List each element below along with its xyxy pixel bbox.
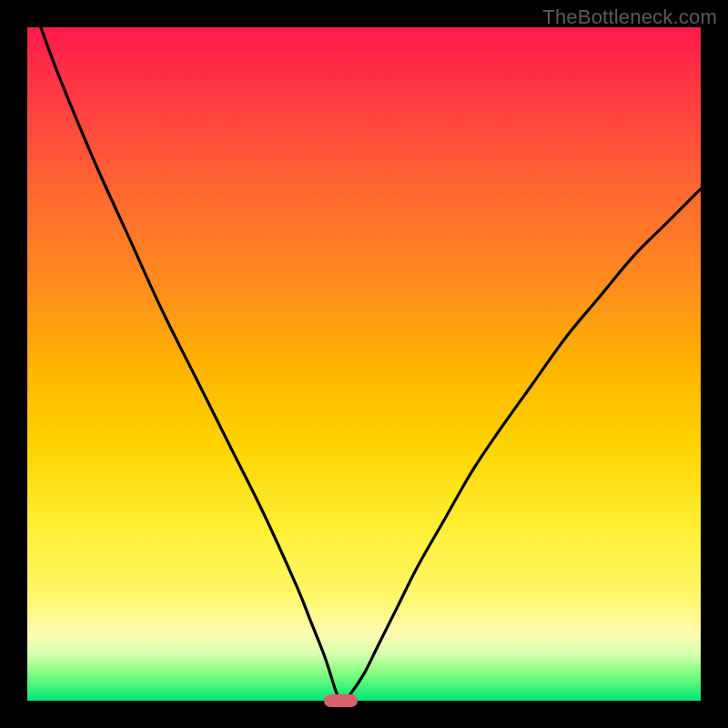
watermark-text: TheBottleneck.com xyxy=(542,5,717,29)
optimal-range-marker xyxy=(324,694,358,707)
curve-svg xyxy=(27,27,701,701)
chart-frame: TheBottleneck.com xyxy=(0,0,728,728)
bottleneck-curve xyxy=(41,27,701,701)
plot-area xyxy=(27,27,701,701)
